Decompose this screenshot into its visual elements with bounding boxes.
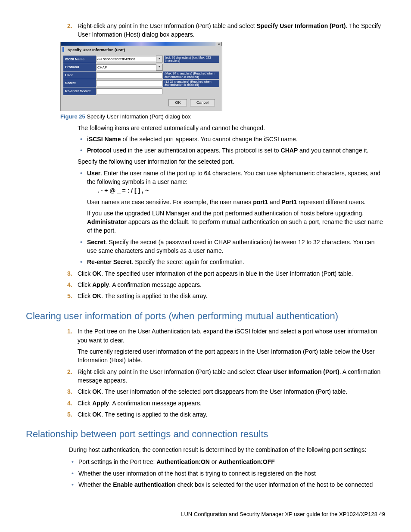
list-item: Whether the Enable authentication check … <box>69 480 385 489</box>
paragraph: Specify the following user information f… <box>78 157 385 166</box>
step-4: 4.Click Apply. A confirmation message ap… <box>60 399 385 408</box>
bold: CHAP <box>281 147 298 154</box>
text: used in the user authentication appears.… <box>112 147 281 154</box>
dialog-titlebar: × <box>61 42 222 46</box>
step-number: 4. <box>67 280 72 289</box>
step-number: 5. <box>67 410 72 419</box>
row-user: User (Max. 64 characters) (Required when… <box>63 72 219 79</box>
step-3: 3.Click OK. The user information of the … <box>60 387 385 396</box>
heading-clearing: Clearing user information of ports (when… <box>26 309 385 323</box>
dialog-specify-user-info: × Specify User Information (Port) iSCSI … <box>60 42 222 111</box>
hint: (Max. 64 characters) (Required when auth… <box>163 72 219 79</box>
bold: User <box>87 170 100 177</box>
hint: (eui: 20 characters) (iqn: Max. 223 char… <box>164 56 219 63</box>
ok-button[interactable]: OK <box>168 99 187 106</box>
list-item: iSCSI Name of the selected port appears.… <box>78 135 385 143</box>
step-number: 2. <box>67 367 72 376</box>
bold: iSCSI Name <box>87 136 121 143</box>
figure-label: Figure 25 <box>60 113 85 120</box>
paragraph: User names are case sensitive. For examp… <box>87 198 385 206</box>
step-5: 5.Click OK. The setting is applied to th… <box>60 410 385 419</box>
label: Secret <box>63 79 96 87</box>
step-2: 2. Right-click any point in the User Inf… <box>60 22 385 39</box>
step-number: 1. <box>67 327 72 336</box>
dialog-header: Specify User Information (Port) <box>61 46 222 55</box>
row-reenter-secret: Re-enter Secret <box>63 87 219 95</box>
step-number: 5. <box>67 292 72 300</box>
text: and you cannot change it. <box>298 147 368 154</box>
list-item: User. Enter the user name of the port up… <box>78 169 385 235</box>
paragraph: The following items are entered automati… <box>78 124 385 132</box>
paragraph: During host authentication, the connecti… <box>69 445 385 454</box>
bold: Specify User Information (Port) <box>257 22 346 29</box>
symbols: . - + @ _ = : / [ ] , ~ <box>97 186 385 195</box>
step-number: 2. <box>67 22 72 30</box>
row-protocol: Protocol ▾ <box>63 63 219 71</box>
list-item: Whether the user information of the host… <box>69 469 385 478</box>
text: . Specify the secret again for confirmat… <box>132 258 244 265</box>
step-2: 2.Right-click any point in the User Info… <box>60 367 385 385</box>
row-iscsi-name: iSCSI Name ▾ (eui: 20 characters) (iqn: … <box>63 56 219 63</box>
dropdown-icon[interactable]: ▾ <box>156 64 163 71</box>
label: Protocol <box>63 63 96 71</box>
secret-input[interactable] <box>96 80 162 86</box>
step-text: Right-click any point in the User Inform… <box>78 22 257 29</box>
figure-caption: Figure 25 Specify User Information (Port… <box>60 113 385 121</box>
step-5: 5.Click OK. The setting is applied to th… <box>60 292 385 300</box>
cancel-button[interactable]: Cancel <box>190 99 215 106</box>
step-1: 1. In the Port tree on the User Authenti… <box>60 327 385 364</box>
reenter-secret-input[interactable] <box>96 88 162 94</box>
text: . Specify the secret (a password used in… <box>87 239 374 254</box>
list-item: Protocol used in the user authentication… <box>78 146 385 155</box>
dropdown-icon[interactable]: ▾ <box>156 56 163 62</box>
step-number: 4. <box>67 399 72 408</box>
label: iSCSI Name <box>63 56 96 63</box>
figure-text: Specify User Information (Port) dialog b… <box>85 113 191 120</box>
row-secret: Secret (12-32 characters) (Required when… <box>63 79 219 87</box>
iscsi-name-input[interactable] <box>96 56 156 62</box>
paragraph: The currently registered user informatio… <box>78 347 385 365</box>
protocol-input[interactable] <box>96 64 156 70</box>
step-3: 3.Click OK. The specified user informati… <box>60 269 385 278</box>
text: In the Port tree on the User Authenticat… <box>78 328 377 343</box>
hint: (12-32 characters) (Required when authen… <box>163 80 219 87</box>
list-item: Port settings in the Port tree: Authenti… <box>69 457 385 466</box>
step-number: 3. <box>67 269 72 278</box>
bold: Re-enter Secret <box>87 258 132 265</box>
step-4: 4.Click Apply. A confirmation message ap… <box>60 280 385 289</box>
page-footer: LUN Configuration and Security Manager X… <box>26 510 385 519</box>
step-number: 3. <box>67 387 72 396</box>
bold: Protocol <box>87 147 112 154</box>
bold: Secret <box>87 239 106 246</box>
text: of the selected port appears. You cannot… <box>121 136 298 143</box>
paragraph: If you use the upgraded LUN Manager and … <box>87 209 385 235</box>
list-item: Secret. Specify the secret (a password u… <box>78 238 385 255</box>
user-input[interactable] <box>96 72 162 78</box>
dialog-title: Specify User Information (Port) <box>68 48 125 52</box>
text: . Enter the user name of the port up to … <box>87 170 380 185</box>
list-item: Re-enter Secret. Specify the secret agai… <box>78 258 385 266</box>
label: User <box>63 72 96 79</box>
label: Re-enter Secret <box>63 87 96 95</box>
heading-relationship: Relationship between port settings and c… <box>26 427 385 441</box>
